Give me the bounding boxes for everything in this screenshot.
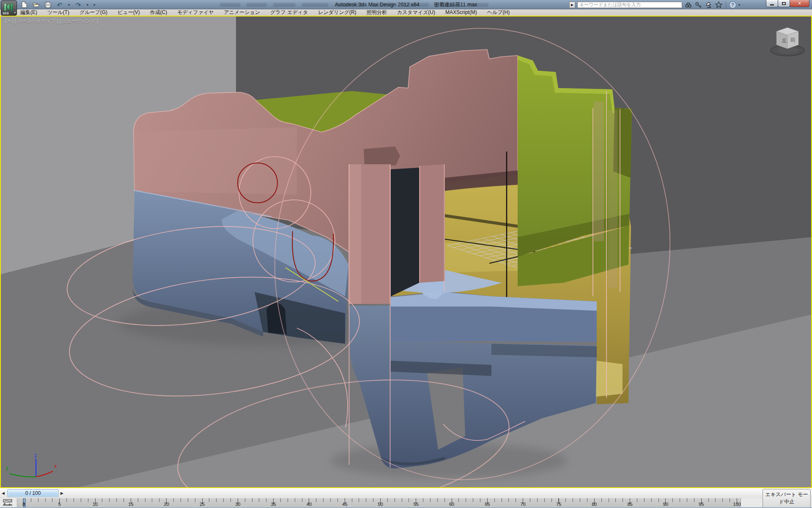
ghost-toolbar-remnant bbox=[401, 3, 429, 7]
timeline-label-50: 50 bbox=[378, 502, 383, 507]
communication-center-icon[interactable] bbox=[705, 1, 713, 8]
ghost-toolbar-remnant bbox=[302, 3, 328, 7]
cancel-expert-mode-button[interactable]: エキスパート モード中止 bbox=[763, 489, 811, 508]
infocenter-separator bbox=[726, 2, 726, 8]
axis-x-label: x bbox=[54, 463, 57, 469]
salmon-highlight bbox=[134, 127, 297, 195]
viewcube-front-face-label: 前 bbox=[790, 37, 796, 43]
ghost-toolbar-remnant bbox=[247, 3, 267, 7]
undo-history-caret[interactable]: ▾ bbox=[67, 3, 71, 7]
ghost-toolbar-remnant bbox=[370, 3, 394, 7]
search-icon[interactable] bbox=[684, 1, 692, 8]
favorites-star-icon[interactable] bbox=[715, 1, 723, 8]
menu-item-9[interactable]: 照明分析 bbox=[362, 9, 392, 16]
minimize-icon bbox=[770, 4, 774, 6]
timeline-label-5: 5 bbox=[58, 502, 61, 507]
menu-item-10[interactable]: カスタマイズ(U) bbox=[392, 9, 440, 16]
maximize-button[interactable] bbox=[778, 0, 790, 7]
sign-in-key-icon[interactable] bbox=[694, 1, 702, 8]
timeline-label-30: 30 bbox=[235, 502, 240, 507]
redo-button[interactable]: ↷ bbox=[74, 1, 83, 9]
save-file-button[interactable] bbox=[43, 1, 52, 9]
viewcube-left-face-label: 左 bbox=[782, 38, 787, 44]
menu-item-5[interactable]: モディファイヤ bbox=[172, 9, 219, 16]
close-button[interactable]: ✕ bbox=[790, 0, 809, 7]
timeline-label-90: 90 bbox=[663, 502, 668, 507]
ghost-toolbar-remnant bbox=[220, 3, 240, 7]
menu-item-6[interactable]: アニメーション bbox=[219, 9, 265, 16]
menu-item-2[interactable]: グループ(G) bbox=[74, 9, 112, 16]
timeline-label-95: 95 bbox=[699, 502, 704, 507]
viewport-menu-pov[interactable]: [ パースペクティブ ] bbox=[15, 18, 58, 25]
axis-y-label: y bbox=[6, 465, 8, 471]
toolbar-options-caret[interactable]: ▾ bbox=[92, 3, 96, 7]
time-slider-row: ◀ 0 / 100 ▶ bbox=[0, 488, 812, 498]
close-icon: ✕ bbox=[798, 1, 801, 6]
viewport-menu-general[interactable]: [ + ] bbox=[5, 18, 13, 25]
perspective-viewport[interactable]: [ + ] [ パースペクティブ ] [ シェーディング ] 左 前 bbox=[0, 16, 812, 488]
help-button[interactable]: ? bbox=[729, 1, 736, 8]
logo-3ds-label: 3DS bbox=[3, 12, 9, 15]
timeline-label-20: 20 bbox=[164, 502, 169, 507]
menu-item-1[interactable]: ツール(T) bbox=[42, 9, 74, 16]
timeline-label-80: 80 bbox=[592, 502, 597, 507]
track-bar: 0510152025303540455055606570758085909510… bbox=[0, 498, 812, 507]
infocenter-search-input[interactable] bbox=[577, 2, 682, 8]
app-logo-button[interactable]: 3DS ▾ bbox=[1, 0, 17, 16]
infocenter-expand-button[interactable]: ▶ bbox=[569, 2, 575, 8]
undo-button[interactable]: ↶ bbox=[55, 1, 64, 9]
next-frame-button[interactable]: ▶ bbox=[59, 489, 65, 497]
mini-curve-editor-icon bbox=[3, 499, 13, 506]
title-bar: 3DS ▾ bbox=[0, 0, 812, 9]
menu-item-7[interactable]: グラフ エディタ bbox=[265, 9, 313, 16]
minimize-button[interactable] bbox=[766, 0, 778, 7]
logo-caret-icon: ▾ bbox=[14, 11, 16, 14]
ghost-toolbar-remnant bbox=[467, 3, 488, 7]
open-file-button[interactable] bbox=[31, 1, 41, 9]
menu-item-3[interactable]: ビュー(V) bbox=[112, 9, 145, 16]
new-file-icon bbox=[21, 1, 27, 8]
open-file-icon bbox=[33, 2, 40, 8]
world-axis-tripod: z y x bbox=[4, 453, 59, 485]
timeline-label-65: 65 bbox=[485, 502, 490, 507]
open-mini-curve-editor-button[interactable] bbox=[3, 499, 14, 506]
scene-3d-render bbox=[1, 17, 811, 487]
menu-item-4[interactable]: 作成(C) bbox=[145, 9, 173, 16]
menu-item-12[interactable]: ヘルプ(H) bbox=[482, 9, 515, 16]
menu-item-0[interactable]: 編集(E) bbox=[15, 9, 42, 16]
timeline-label-25: 25 bbox=[200, 502, 205, 507]
timeline-label-40: 40 bbox=[307, 502, 312, 507]
undo-icon: ↶ bbox=[57, 2, 63, 8]
timeline-label-15: 15 bbox=[128, 502, 133, 507]
infocenter: ▶ ? ▾ bbox=[569, 1, 740, 8]
quick-access-toolbar: ↶ ▾ ↷ ▾ ▾ bbox=[19, 0, 96, 9]
ghost-toolbar-remnant bbox=[335, 3, 364, 7]
redo-history-caret[interactable]: ▾ bbox=[85, 3, 90, 7]
viewport-label: [ + ] [ パースペクティブ ] [ シェーディング ] bbox=[5, 18, 98, 25]
menu-item-8[interactable]: レンダリング(R) bbox=[313, 9, 361, 16]
timeline-label-0: 0 bbox=[22, 502, 25, 507]
timeline-label-70: 70 bbox=[521, 502, 526, 507]
animation-controls: ◀ 0 / 100 ▶ 0510152025303540455055606570… bbox=[0, 488, 812, 508]
ghost-toolbar-remnant bbox=[436, 3, 460, 7]
maximize-icon bbox=[782, 2, 786, 5]
help-caret-icon[interactable]: ▾ bbox=[738, 3, 740, 7]
time-slider-handle[interactable]: 0 / 100 bbox=[7, 489, 59, 497]
viewcube[interactable]: 左 前 bbox=[768, 23, 807, 61]
menu-item-11[interactable]: MAXScript(M) bbox=[440, 9, 482, 16]
timeline-label-60: 60 bbox=[449, 502, 454, 507]
timeline-label-85: 85 bbox=[627, 502, 632, 507]
viewport-menu-shading[interactable]: [ シェーディング ] bbox=[60, 18, 98, 25]
redo-icon: ↷ bbox=[76, 2, 81, 8]
timeline-label-45: 45 bbox=[342, 502, 347, 507]
timeline-label-35: 35 bbox=[271, 502, 276, 507]
menu-bar: 編集(E)ツール(T)グループ(G)ビュー(V)作成(C)モディファイヤアニメー… bbox=[0, 9, 812, 16]
axis-z-label: z bbox=[34, 453, 37, 458]
new-file-button[interactable] bbox=[19, 1, 29, 9]
previous-frame-button[interactable]: ◀ bbox=[0, 489, 6, 497]
3dsmax-logo-icon bbox=[3, 1, 15, 13]
window-controls: ✕ bbox=[766, 0, 809, 7]
timeline-label-55: 55 bbox=[414, 502, 419, 507]
timeline-label-100: 100 bbox=[733, 502, 741, 507]
timeline-ruler[interactable]: 0510152025303540455055606570758085909510… bbox=[17, 498, 741, 507]
